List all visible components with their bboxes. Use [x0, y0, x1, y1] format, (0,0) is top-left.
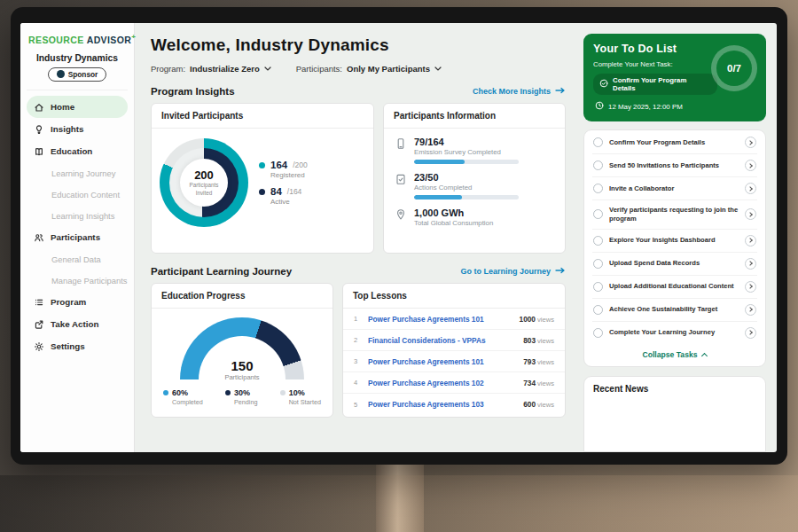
todo-task-list: Confirm Your Program Details Send 50 Inv…: [583, 129, 766, 367]
program-filter-dropdown[interactable]: Program: Industrialize Zero: [151, 64, 271, 74]
lesson-link[interactable]: Financial Considerations - VPPAs: [368, 336, 516, 345]
education-progress-card: Education Progress 150 Participants: [151, 283, 333, 418]
lesson-row[interactable]: 3 Power Purchase Agreements 101 793views: [343, 351, 565, 372]
task-item[interactable]: Upload Additional Educational Content: [592, 276, 757, 299]
card-title: Education Progress: [152, 284, 332, 309]
next-task-due: 12 May 2025, 12:00 PM: [593, 101, 756, 112]
task-checkbox[interactable]: [593, 184, 603, 193]
task-chevron-icon[interactable]: [745, 183, 756, 194]
donut-center: 200 Participants Invited: [180, 159, 228, 207]
legend-item-completed: 60% Completed: [163, 388, 203, 406]
legend-item-registered: 164 /200 Registered: [259, 160, 308, 179]
stat-global-consumption: 1,000 GWh Total Global Consumption: [384, 200, 565, 227]
sidebar-item-education[interactable]: Education: [27, 140, 128, 162]
todo-progress-value: 0/7: [716, 51, 752, 86]
task-chevron-icon[interactable]: [745, 208, 756, 220]
logo-advisor: ADVISOR: [87, 35, 132, 45]
task-item[interactable]: Invite a Collaborator: [592, 177, 757, 200]
todo-summary-card: Your To Do List Complete Your Next Task:…: [583, 34, 766, 121]
learning-journey-header: Participant Learning Journey Go to Learn…: [151, 266, 566, 277]
task-chevron-icon[interactable]: [745, 258, 756, 270]
lesson-row[interactable]: 4 Power Purchase Agreements 102 734views: [343, 372, 565, 394]
chevron-down-icon: [264, 66, 271, 71]
task-item[interactable]: Explore Your Insights Dashboard: [592, 230, 757, 253]
sidebar-item-home[interactable]: Home: [27, 96, 128, 118]
lesson-link[interactable]: Power Purchase Agreements 101: [368, 357, 516, 366]
survey-icon: [395, 137, 407, 150]
participants-filter-label: Participants:: [296, 64, 342, 74]
sidebar-item-take-action[interactable]: Take Action: [27, 313, 128, 335]
task-item[interactable]: Upload Spend Data Records: [592, 253, 757, 276]
task-item[interactable]: Complete Your Learning Journey: [592, 322, 757, 344]
progress-bar: [414, 160, 519, 164]
task-item[interactable]: Confirm Your Program Details: [592, 131, 757, 154]
participants-filter-dropdown[interactable]: Participants: Only My Participants: [296, 64, 442, 74]
monitor-stand: [376, 459, 424, 532]
invited-participants-card: Invited Participants 200 Participants In…: [151, 103, 374, 254]
background: RESOURCE ADVISOR+ Industry Dynamics Spon…: [0, 0, 798, 532]
lesson-link[interactable]: Power Purchase Agreements 103: [368, 400, 516, 409]
gear-icon: [34, 341, 44, 352]
task-checkbox[interactable]: [593, 328, 603, 338]
gauge-legend: 60% Completed 30% Pending: [152, 381, 332, 406]
task-item[interactable]: Achieve One Sustainability Target: [592, 299, 757, 322]
lesson-row[interactable]: 5 Power Purchase Agreements 103 600views: [343, 394, 565, 415]
recent-news-card: Recent News: [583, 376, 766, 452]
sidebar-item-learning-insights[interactable]: Learning Insights: [27, 205, 128, 226]
sidebar-item-program[interactable]: Program: [27, 291, 128, 313]
book-icon: [34, 146, 44, 157]
sidebar-item-general-data[interactable]: General Data: [27, 248, 128, 270]
program-filter-value: Industrialize Zero: [190, 64, 260, 74]
legend-item-active: 84 /164 Active: [259, 186, 308, 206]
task-item[interactable]: Send 50 Invitations to Participants: [592, 154, 757, 177]
recent-news-title: Recent News: [593, 384, 756, 394]
sponsor-label: Sponsor: [68, 70, 98, 79]
chevron-up-icon: [701, 353, 708, 359]
clock-icon: [595, 101, 604, 112]
lesson-link[interactable]: Power Purchase Agreements 101: [368, 315, 512, 324]
sidebar-item-settings[interactable]: Settings: [27, 335, 128, 357]
sidebar-item-education-content[interactable]: Education Content: [27, 184, 128, 205]
go-to-learning-journey-link[interactable]: Go to Learning Journey: [460, 267, 566, 276]
task-checkbox[interactable]: [593, 282, 603, 292]
sidebar-item-insights[interactable]: Insights: [27, 118, 128, 140]
legend-dot: [259, 162, 265, 168]
page-title: Welcome, Industry Dynamics: [151, 35, 566, 55]
next-task-chip[interactable]: Confirm Your Program Details: [593, 74, 717, 95]
task-chevron-icon[interactable]: [745, 304, 756, 316]
task-chevron-icon[interactable]: [745, 235, 756, 246]
task-chevron-icon[interactable]: [745, 137, 756, 148]
task-checkbox[interactable]: [593, 137, 603, 147]
task-checkbox[interactable]: [593, 209, 603, 219]
gauge-center: 150 Participants: [180, 358, 304, 381]
sponsor-icon: [57, 70, 65, 78]
task-chevron-icon[interactable]: [745, 281, 756, 293]
lesson-row[interactable]: 1 Power Purchase Agreements 101 1000view…: [343, 309, 565, 330]
task-checkbox[interactable]: [593, 236, 603, 246]
card-title: Invited Participants: [152, 104, 373, 129]
collapse-tasks-button[interactable]: Collapse Tasks: [592, 344, 757, 364]
card-title: Top Lessons: [343, 284, 565, 309]
program-insights-header: Program Insights Check More Insights: [151, 86, 566, 97]
task-chevron-icon[interactable]: [745, 327, 756, 339]
task-chevron-icon[interactable]: [745, 160, 756, 171]
top-lessons-card: Top Lessons 1 Power Purchase Agreements …: [342, 283, 566, 418]
lesson-row[interactable]: 2 Financial Considerations - VPPAs 803vi…: [343, 330, 565, 351]
org-name: Industry Dynamics: [27, 53, 128, 63]
task-checkbox[interactable]: [593, 259, 603, 269]
logo-resource: RESOURCE: [28, 35, 84, 45]
task-item[interactable]: Verify participants requesting to join t…: [592, 200, 757, 230]
filter-bar: Program: Industrialize Zero Participants…: [151, 64, 566, 74]
task-checkbox[interactable]: [593, 305, 603, 315]
task-checkbox[interactable]: [593, 160, 603, 170]
check-more-insights-link[interactable]: Check More Insights: [473, 87, 566, 96]
todo-panel: Your To Do List Complete Your Next Task:…: [578, 23, 777, 452]
lesson-link[interactable]: Power Purchase Agreements 102: [368, 379, 516, 387]
legend-dot: [280, 390, 286, 395]
sidebar-item-participants[interactable]: Participants: [27, 226, 128, 248]
sponsor-badge[interactable]: Sponsor: [48, 67, 107, 82]
sidebar-item-manage-participants[interactable]: Manage Participants: [27, 270, 128, 291]
home-icon: [34, 102, 44, 113]
sidebar-item-learning-journey[interactable]: Learning Journey: [27, 162, 128, 184]
sidebar-nav: Home Insights Education Learning Journey: [27, 96, 128, 357]
